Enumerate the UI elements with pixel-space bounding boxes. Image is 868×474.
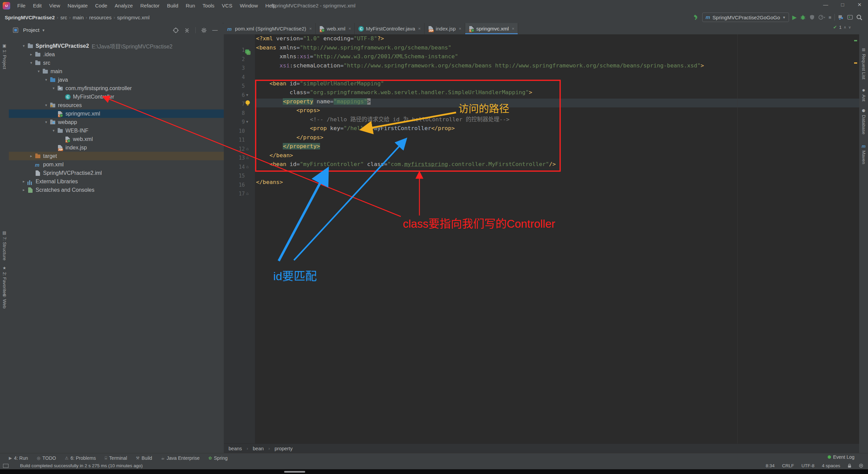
tree-row-webapp[interactable]: ▾webapp (9, 118, 257, 126)
terminal-run-icon[interactable] (847, 14, 853, 20)
tree-row-springmvcpractise2[interactable]: ▾SpringMVCPractise2E:\Java项目\SpringMVCPr… (9, 42, 235, 50)
tree-row-target[interactable]: ▸target (9, 152, 242, 160)
collapse-all-icon[interactable] (184, 27, 190, 33)
tree-collapsed-arrow-icon[interactable]: ▸ (21, 188, 26, 192)
stripe-request-list[interactable]: ⊞Request List (859, 47, 868, 79)
fold-open-icon[interactable]: ▾ (246, 119, 248, 124)
tab-close-icon[interactable]: × (512, 26, 515, 31)
tab-close-icon[interactable]: × (349, 26, 351, 31)
tree-row--idea[interactable]: ▸.idea (9, 50, 242, 59)
tab-close-icon[interactable]: × (309, 26, 312, 31)
menu-window[interactable]: Window (236, 0, 261, 12)
indent-setting[interactable]: 4 spaces (822, 463, 840, 468)
menu-build[interactable]: Build (163, 0, 182, 12)
stripe-1-project[interactable]: ▣1: Project (0, 43, 9, 69)
tab-myfirstcontroller-java[interactable]: CMyFirstController.java× (355, 23, 425, 34)
menu-navigate[interactable]: Navigate (64, 0, 91, 12)
toolbtn-todo[interactable]: ◎TODO (37, 455, 56, 461)
run-icon[interactable]: ▶ (792, 14, 796, 21)
menu-code[interactable]: Code (91, 0, 111, 12)
status-message[interactable]: Build completed successfully in 2 s 275 … (20, 463, 143, 468)
tree-expanded-arrow-icon[interactable]: ▾ (44, 103, 48, 107)
line-separator[interactable]: CRLF (782, 463, 794, 468)
debug-icon[interactable] (800, 14, 806, 20)
tree-row-main[interactable]: ▾main (9, 67, 250, 76)
file-encoding[interactable]: UTF-8 (802, 463, 814, 468)
tree-expanded-arrow-icon[interactable]: ▾ (21, 44, 26, 48)
tree-expanded-arrow-icon[interactable]: ▾ (51, 86, 56, 90)
toolbtn-6-problems[interactable]: ⚠6: Problems (65, 455, 96, 461)
intention-bulb-icon[interactable] (245, 100, 250, 105)
stripe-maven[interactable]: mMaven (859, 144, 868, 164)
tree-row-external-libraries[interactable]: ▸External Libraries (9, 177, 235, 186)
tree-expanded-arrow-icon[interactable]: ▾ (36, 69, 41, 74)
tree-expanded-arrow-icon[interactable]: ▾ (44, 120, 48, 124)
breadcrumb-item[interactable]: resources (89, 15, 112, 20)
editor-breadcrumb-item[interactable]: property (275, 446, 293, 451)
toolbtn-4-run[interactable]: ▶4: Run (9, 455, 28, 461)
breadcrumb-item[interactable]: springmvc.xml (117, 15, 150, 20)
inspection-widget[interactable]: ✔ 1 ∧ ∨ (833, 24, 851, 30)
minimize-icon[interactable]: — (817, 0, 834, 10)
toolbtn-terminal[interactable]: ⌸Terminal (105, 455, 127, 461)
fold-end-icon[interactable]: ⌂ (246, 146, 249, 151)
tree-row-scratches-and-consoles[interactable]: ▸Scratches and Consoles (9, 186, 235, 194)
stop-icon[interactable]: ■ (829, 15, 831, 20)
stripe-web[interactable]: ◎Web (0, 293, 9, 309)
menu-refactor[interactable]: Refactor (137, 0, 163, 12)
toolbtn-java-enterprise[interactable]: ☕Java Enterprise (161, 455, 200, 461)
tree-collapsed-arrow-icon[interactable]: ▸ (29, 52, 34, 57)
editor-breadcrumb-item[interactable]: beans (229, 446, 242, 451)
coverage-icon[interactable] (809, 14, 815, 20)
tab-close-icon[interactable]: × (459, 26, 461, 31)
stripe-7-structure[interactable]: ▤7: Structure (0, 230, 9, 261)
search-icon[interactable] (856, 14, 863, 21)
indicator-icon[interactable] (859, 463, 863, 468)
spring-bean-gutter-icon[interactable] (245, 49, 249, 54)
event-log-button[interactable]: Event Log (828, 454, 854, 460)
tree-row-springmvcpractise2-iml[interactable]: SpringMVCPractise2.iml (9, 169, 242, 177)
stripe-2-favorites[interactable]: ★2: Favorites (0, 266, 9, 296)
chevron-up-icon[interactable]: ∧ (844, 25, 846, 29)
fold-end-icon[interactable]: ⌂ (246, 191, 249, 196)
tree-row-src[interactable]: ▾src (9, 59, 242, 67)
breadcrumb-item[interactable]: src (60, 15, 67, 20)
toolwindow-toggle-icon[interactable] (3, 464, 8, 468)
fold-end-icon[interactable]: ⌂ (246, 155, 249, 160)
tree-row-resources[interactable]: ▾resources (9, 101, 257, 109)
close-icon[interactable]: ✕ (851, 0, 868, 10)
tab-index-jsp[interactable]: JSPindex.jsp× (425, 23, 465, 34)
tree-collapsed-arrow-icon[interactable]: ▸ (21, 179, 26, 184)
breadcrumb-item[interactable]: SpringMVCPractise2 (5, 15, 55, 20)
menu-run[interactable]: Run (182, 0, 199, 12)
maximize-icon[interactable]: □ (834, 0, 851, 10)
lock-icon[interactable] (848, 463, 851, 468)
run-configuration-select[interactable]: m SpringMVCPractise2GoGoGo ▼ (702, 13, 789, 22)
menu-view[interactable]: View (45, 0, 64, 12)
toolbtn-spring[interactable]: ✿Spring (209, 455, 228, 461)
tree-expanded-arrow-icon[interactable]: ▾ (29, 61, 34, 65)
menu-tools[interactable]: Tools (199, 0, 218, 12)
stripe-database[interactable]: ⚈Database (859, 108, 868, 135)
tab-springmvc-xml[interactable]: <>springmvc.xml× (465, 23, 518, 34)
hammer-icon[interactable] (693, 14, 699, 20)
hide-panel-icon[interactable]: — (212, 27, 218, 33)
tree-row-java[interactable]: ▾java (9, 76, 257, 84)
profiler-icon[interactable] (818, 14, 826, 20)
menu-analyze[interactable]: Analyze (111, 0, 136, 12)
stripe-ant[interactable]: ✹Ant (859, 88, 868, 101)
editor-breadcrumb-item[interactable]: bean (253, 446, 264, 451)
tree-collapsed-arrow-icon[interactable]: ▸ (29, 154, 34, 158)
caret-position[interactable]: 8:34 (766, 463, 774, 468)
project-panel-title[interactable]: Project (23, 27, 39, 33)
gear-icon[interactable] (201, 27, 207, 33)
toolbtn-build[interactable]: ⚒Build (136, 455, 152, 461)
tree-expanded-arrow-icon[interactable]: ▾ (51, 128, 56, 133)
breadcrumb-item[interactable]: main (73, 15, 84, 20)
tab-pom-xml-springmvcpractise2-[interactable]: mpom.xml (SpringMVCPractise2)× (224, 23, 316, 34)
fold-open-icon[interactable]: ▾ (246, 92, 248, 97)
fold-end-icon[interactable]: ⌂ (246, 164, 249, 169)
chevron-down-icon[interactable]: ∨ (848, 25, 851, 29)
menu-edit[interactable]: Edit (29, 0, 45, 12)
tree-expanded-arrow-icon[interactable]: ▾ (44, 78, 48, 82)
